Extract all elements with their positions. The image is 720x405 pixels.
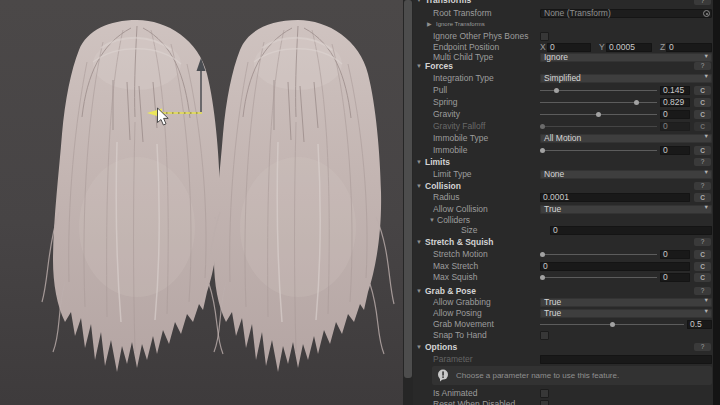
slider-handle-stretch-motion[interactable] bbox=[540, 252, 545, 257]
inspector-scrollbar[interactable] bbox=[403, 0, 413, 405]
value-field-grab-movement[interactable]: 0.5 bbox=[687, 320, 712, 329]
dropdown-allow-collision[interactable]: True▼ bbox=[540, 205, 712, 214]
value-field-gravity[interactable]: 0 bbox=[660, 110, 690, 119]
row-options: ▼Options? bbox=[413, 342, 713, 353]
slider-handle-immobile[interactable] bbox=[540, 148, 545, 153]
dropdown-value: True bbox=[544, 204, 561, 215]
dropdown-value: True bbox=[544, 297, 561, 308]
slider-track-gravity-falloff[interactable] bbox=[540, 126, 657, 128]
value-field-radius[interactable]: 0.0001 bbox=[540, 193, 690, 202]
copy-button-pull[interactable]: C bbox=[694, 86, 711, 95]
row-reset-when-disabled: Reset When Disabled bbox=[413, 399, 713, 405]
row-forces: ▼Forces? bbox=[413, 61, 713, 72]
slider-track-spring[interactable] bbox=[540, 102, 657, 104]
slider-track-immobile[interactable] bbox=[540, 150, 657, 152]
scene-render bbox=[0, 0, 403, 405]
scene-viewport[interactable] bbox=[0, 0, 403, 405]
row-gravity-falloff: Gravity Falloff0C bbox=[413, 121, 713, 132]
row-limits: ▼Limits? bbox=[413, 157, 713, 168]
section-title: Collision bbox=[425, 181, 461, 192]
value-field-pull[interactable]: 0.145 bbox=[660, 86, 690, 95]
property-label: Ignore Transforms bbox=[436, 19, 485, 30]
row-endpoint-position: Endpoint PositionX0Y0.0005Z0 bbox=[413, 42, 713, 53]
slider-handle-pull[interactable] bbox=[554, 88, 559, 93]
checkbox-snap-to-hand[interactable] bbox=[540, 331, 549, 340]
slider-track-stretch-motion[interactable] bbox=[540, 254, 657, 256]
help-button-stretch-squish[interactable]: ? bbox=[694, 238, 711, 246]
value-field-gravity-falloff[interactable]: 0 bbox=[660, 122, 690, 131]
checkbox-reset-when-disabled[interactable] bbox=[540, 400, 549, 405]
hair-mesh-right[interactable] bbox=[203, 20, 394, 372]
copy-button-immobile[interactable]: C bbox=[694, 146, 711, 155]
window-edge bbox=[713, 0, 720, 405]
row-integration-type: Integration TypeSimplified▼ bbox=[413, 73, 713, 84]
axis-field-endpoint-position-x[interactable]: 0 bbox=[547, 43, 591, 52]
property-label: Max Stretch bbox=[433, 261, 478, 272]
checkbox-is-animated[interactable] bbox=[540, 389, 549, 398]
help-button-forces[interactable]: ? bbox=[694, 62, 711, 70]
row-limit-type: Limit TypeNone▼ bbox=[413, 169, 713, 180]
chevron-down-icon: ▼ bbox=[704, 71, 709, 82]
help-button-collision[interactable]: ? bbox=[694, 182, 711, 190]
row-grab-movement: Grab Movement0.5 bbox=[413, 319, 713, 330]
copy-button-radius[interactable]: C bbox=[694, 193, 711, 202]
slider-handle-gravity-falloff[interactable] bbox=[540, 124, 545, 129]
section-fold-icon[interactable]: ▼ bbox=[416, 181, 422, 192]
help-button-grab-pose[interactable]: ? bbox=[694, 287, 711, 295]
property-label: Immobile bbox=[433, 145, 467, 156]
dropdown-integration-type[interactable]: Simplified▼ bbox=[540, 74, 712, 83]
value-field-immobile[interactable]: 0 bbox=[660, 146, 690, 155]
slider-handle-grab-movement[interactable] bbox=[610, 322, 615, 327]
value-field-max-squish[interactable]: 0 bbox=[660, 273, 690, 282]
copy-button-spring[interactable]: C bbox=[694, 98, 711, 107]
value-field-spring[interactable]: 0.829 bbox=[660, 98, 690, 107]
dropdown-limit-type[interactable]: None▼ bbox=[540, 170, 712, 179]
value-field-parameter[interactable] bbox=[540, 355, 712, 364]
row-collision: ▼Collision? bbox=[413, 181, 713, 192]
copy-button-gravity-falloff[interactable]: C bbox=[694, 122, 711, 131]
info-bubble-icon bbox=[437, 369, 450, 382]
section-fold-icon[interactable]: ▼ bbox=[416, 61, 422, 72]
slider-handle-gravity[interactable] bbox=[596, 112, 601, 117]
property-label: Size bbox=[461, 225, 478, 236]
slider-track-max-squish[interactable] bbox=[540, 277, 657, 279]
value-field-stretch-motion[interactable]: 0 bbox=[660, 250, 690, 259]
help-button-transforms[interactable]: ? bbox=[694, 0, 711, 5]
object-field-root-transform[interactable]: None (Transform) bbox=[540, 9, 712, 18]
object-picker-icon[interactable] bbox=[703, 10, 710, 17]
copy-button-max-squish[interactable]: C bbox=[694, 273, 711, 282]
dropdown-immobile-type[interactable]: All Motion▼ bbox=[540, 134, 712, 143]
row-root-transform: Root TransformNone (Transform) bbox=[413, 8, 713, 19]
section-fold-icon[interactable]: ▼ bbox=[416, 286, 422, 297]
unity-editor-window: ▼Transforms?Root TransformNone (Transfor… bbox=[0, 0, 720, 405]
section-title: Transforms bbox=[425, 0, 471, 6]
value-field-max-stretch[interactable]: 0 bbox=[540, 262, 690, 271]
copy-button-gravity[interactable]: C bbox=[694, 110, 711, 119]
dropdown-allow-posing[interactable]: True▼ bbox=[540, 309, 712, 318]
row-radius: Radius0.0001C bbox=[413, 192, 713, 203]
section-fold-icon[interactable]: ▼ bbox=[416, 342, 422, 353]
help-button-limits[interactable]: ? bbox=[694, 158, 711, 166]
axis-label: Y bbox=[599, 42, 605, 53]
chevron-down-icon: ▼ bbox=[704, 167, 709, 178]
chevron-down-icon: ▼ bbox=[704, 202, 709, 213]
slider-handle-spring[interactable] bbox=[634, 100, 639, 105]
slider-handle-max-squish[interactable] bbox=[540, 275, 545, 280]
property-label: Radius bbox=[433, 192, 459, 203]
copy-button-max-stretch[interactable]: C bbox=[694, 262, 711, 271]
dropdown-allow-grabbing[interactable]: True▼ bbox=[540, 298, 712, 307]
fold-closed-icon[interactable]: ▶ bbox=[427, 19, 432, 30]
copy-button-stretch-motion[interactable]: C bbox=[694, 250, 711, 259]
section-title: Forces bbox=[425, 61, 453, 72]
value-field-size[interactable]: 0 bbox=[550, 226, 712, 235]
section-fold-icon[interactable]: ▼ bbox=[416, 0, 422, 6]
hair-mesh-left[interactable] bbox=[42, 20, 233, 372]
help-button-options[interactable]: ? bbox=[694, 343, 711, 351]
section-fold-icon[interactable]: ▼ bbox=[416, 157, 422, 168]
axis-field-endpoint-position-y[interactable]: 0.0005 bbox=[606, 43, 652, 52]
row-is-animated: Is Animated bbox=[413, 388, 713, 399]
section-fold-icon[interactable]: ▼ bbox=[416, 237, 422, 248]
property-label: Allow Collision bbox=[433, 204, 488, 215]
checkbox-ignore-other-phys-bones[interactable] bbox=[540, 32, 549, 41]
scrollbar-thumb[interactable] bbox=[404, 0, 412, 378]
